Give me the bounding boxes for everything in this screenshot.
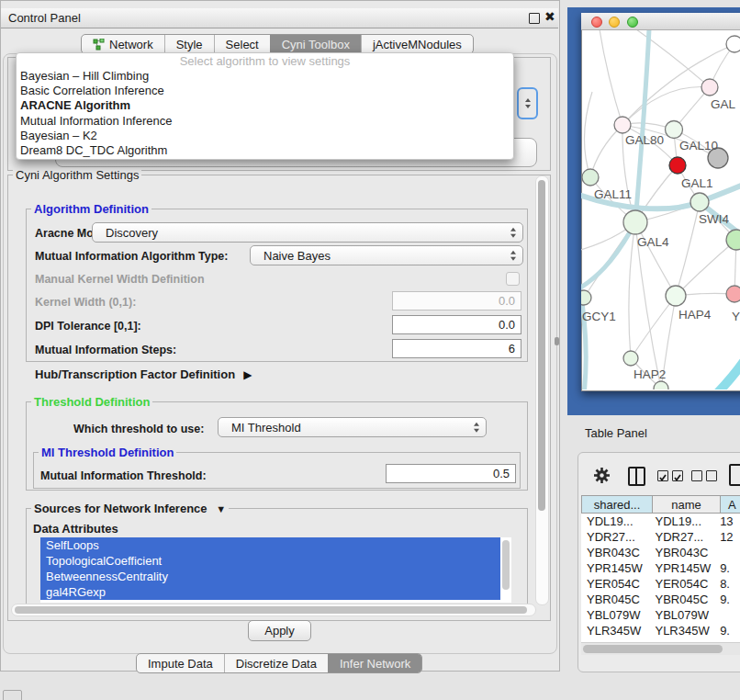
node-label: GAL1 [681,176,713,190]
table-row[interactable]: YBR045CYBR045C9. [581,592,740,607]
control-panel-titlebar: Control Panel [1,8,558,28]
table-function-icon[interactable] [729,464,740,486]
tab-cyni-toolbox[interactable]: Cyni Toolbox [270,35,361,53]
node-gcy1[interactable] [581,290,591,305]
settings-vertical-scrollbar-thumb[interactable] [538,180,545,511]
node-hap2[interactable] [623,351,638,366]
tab-impute-data[interactable]: Impute Data [137,654,224,672]
expander-right-arrow-icon: ▶ [243,368,252,381]
node-label: HAP2 [633,367,666,381]
node-swi4[interactable] [690,193,709,211]
network-window-titlebar[interactable] [581,13,740,30]
dpi-tolerance-label: DPI Tolerance [0,1]: [35,320,141,333]
aracne-mode-combo[interactable]: Discovery [92,222,523,243]
manual-kernel-checkbox[interactable] [506,272,520,286]
list-item-topologicalcoefficient[interactable]: TopologicalCoefficient [40,553,500,569]
combo-stepper-icon [510,251,516,261]
list-item-gal4rgexp[interactable]: gal4RGexp [40,584,500,600]
close-icon[interactable]: ✖ [544,9,555,24]
table-row[interactable]: YDR27...YDR27...12 [581,529,740,545]
mi-type-combo[interactable]: Naive Bayes [250,245,523,265]
close-traffic-light[interactable] [591,17,602,28]
mi-steps-field[interactable]: 6 [392,339,521,358]
dropdown-item-mutual-information[interactable]: Mutual Information Inference [17,114,513,129]
node-label: HAP4 [678,308,711,322]
column-header-name[interactable]: name [652,495,721,514]
tab-jactivemnodules[interactable]: jActiveMNodules [361,35,473,53]
node-bottom-green[interactable] [654,381,668,390]
column-settings-icon[interactable] [628,467,645,486]
node-gal10[interactable] [666,121,683,139]
dock-panel-button[interactable] [3,690,22,700]
algorithm-definition-title: Algorithm Definition [31,203,151,215]
sources-expander[interactable]: Sources for Network Inference ▼ [31,502,229,515]
node-hap4[interactable] [666,286,686,306]
settings-horizontal-scrollbar-thumb[interactable] [15,606,527,614]
which-threshold-combo[interactable]: MI Threshold [218,417,487,437]
apply-button[interactable]: Apply [248,620,311,641]
mi-threshold-field[interactable]: 0.5 [386,464,516,483]
node-salmon-right[interactable] [726,286,740,302]
network-tree-icon [93,39,105,51]
deselect-all-columns-icon[interactable] [691,470,717,481]
column-header-partial[interactable]: A [720,495,740,514]
data-attributes-list: SelfLoops TopologicalCoefficient Between… [40,537,511,603]
edge-thick-cyan[interactable] [666,349,740,390]
node-label: GCY1 [582,310,616,323]
dropdown-placeholder: Select algorithm to view settings [17,54,513,69]
table-horizontal-scrollbar[interactable] [581,642,740,655]
node-gal-top[interactable] [701,79,718,96]
node-gal4[interactable] [623,210,647,234]
dpi-tolerance-field[interactable]: 0.0 [392,315,521,334]
algorithm-combo-stepper[interactable] [517,87,538,119]
minimize-traffic-light[interactable] [609,17,620,28]
node-gal11[interactable] [582,169,599,186]
list-scrollbar-thumb[interactable] [502,540,510,590]
table-row[interactable]: YER054CYER054C8. [581,576,740,592]
network-canvas[interactable] [581,29,740,390]
table-row[interactable]: YBR043CYBR043C [581,545,740,560]
column-header-shared[interactable]: shared... [581,495,653,514]
settings-vertical-scrollbar[interactable] [535,175,549,605]
kernel-width-label: Kernel Width (0,1): [35,296,136,309]
list-item-selfloops[interactable]: SelfLoops [40,537,500,553]
table-horizontal-scrollbar-thumb[interactable] [583,645,723,653]
select-all-columns-icon[interactable] [657,470,683,481]
dropdown-item-bayesian-hill-climbing[interactable]: Bayesian – Hill Climbing [17,69,513,84]
expander-down-arrow-icon: ▼ [216,503,226,514]
table-row[interactable]: YPR145WYPR145W9. [581,560,740,576]
node-label: GAL11 [594,187,632,201]
table-row[interactable]: YDL19...YDL19...13 [581,514,740,529]
float-window-icon[interactable] [529,13,540,24]
node-gal80[interactable] [614,117,631,133]
panel-splitter-handle[interactable] [555,337,559,345]
tab-infer-network[interactable]: Infer Network [328,654,421,672]
node-gal1-selected[interactable] [669,157,686,174]
settings-horizontal-scrollbar[interactable] [11,604,536,616]
dropdown-item-bayesian-k2[interactable]: Bayesian – K2 [17,129,513,143]
data-attributes-label: Data Attributes [33,522,118,536]
control-panel-tabbar: Network Style Select Cyni Toolbox jActiv… [81,34,474,54]
table-row[interactable]: YBL079WYBL079W [581,607,740,623]
table-panel-titlebar: Table Panel [560,415,740,450]
table-row[interactable]: YLR345WYLR345W9. [581,623,740,638]
gear-icon[interactable] [593,467,611,484]
tab-network[interactable]: Network [82,35,164,53]
threshold-definition-title: Threshold Definition [31,396,152,408]
cyni-algorithm-settings-title: Cyni Algorithm Settings [13,169,141,181]
hub-definition-expander[interactable]: Hub/Transcription Factor Definition ▶ [35,367,252,381]
mi-threshold-label: Mutual Information Threshold: [40,469,207,482]
dropdown-item-basic-correlation[interactable]: Basic Correlation Inference [17,84,513,98]
tab-style[interactable]: Style [164,35,214,53]
dropdown-item-aracne[interactable]: ARACNE Algorithm [17,98,513,113]
control-panel-title: Control Panel [8,11,81,25]
tab-select[interactable]: Select [214,35,270,53]
dropdown-item-dream8[interactable]: Dream8 DC_TDC Algorithm [17,143,513,158]
zoom-traffic-light[interactable] [627,17,638,28]
kernel-width-field[interactable]: 0.0 [392,291,521,310]
tab-discretize-data[interactable]: Discretize Data [224,654,328,672]
node-label: GAL [711,97,735,111]
list-item-betweennesscentrality[interactable]: BetweennessCentrality [40,569,500,584]
node-unlabeled-top[interactable] [726,36,740,52]
screen: Control Panel ✖ Network Style Select Cyn… [0,0,740,700]
